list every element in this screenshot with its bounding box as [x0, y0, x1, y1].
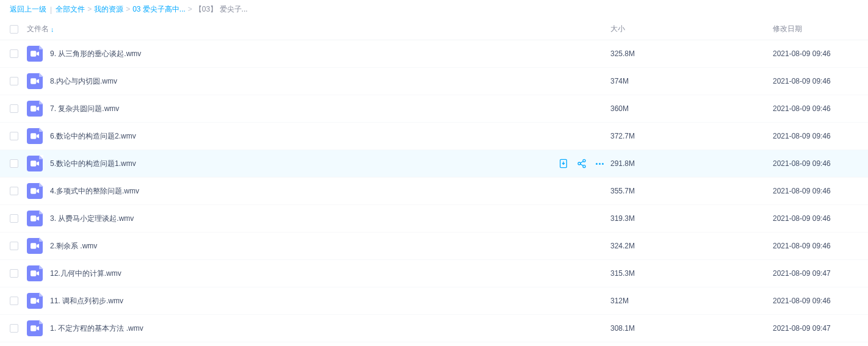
breadcrumb-sep: > — [87, 5, 92, 13]
file-row[interactable]: 1. 不定方程的基本方法 .wmv 308.1M 2021-08-09 09:4… — [0, 315, 868, 342]
file-name[interactable]: 11. 调和点列初步.wmv — [50, 296, 123, 306]
file-size: 308.1M — [610, 324, 635, 333]
file-date: 2021-08-09 09:46 — [773, 132, 831, 140]
svg-rect-2 — [31, 106, 36, 111]
row-checkbox[interactable] — [10, 242, 18, 250]
file-name[interactable]: 1. 不定方程的基本方法 .wmv — [50, 323, 143, 334]
file-size: 372.7M — [610, 132, 635, 140]
row-checkbox[interactable] — [10, 214, 18, 223]
file-row[interactable]: 2.剩余系 .wmv 324.2M 2021-08-09 09:46 — [0, 232, 868, 260]
file-name[interactable]: 4.多项式中的整除问题.wmv — [50, 186, 139, 196]
file-name[interactable]: 6.数论中的构造问题2.wmv — [50, 131, 136, 142]
svg-rect-13 — [31, 298, 36, 303]
file-date: 2021-08-09 09:46 — [773, 104, 831, 113]
table-header: 文件名 ↓ 大小 修改日期 — [0, 18, 868, 40]
video-file-icon — [27, 320, 43, 336]
video-file-icon — [27, 46, 43, 62]
breadcrumb-link[interactable]: 全部文件 — [56, 5, 85, 13]
breadcrumb-current: 【03】 爱尖子... — [195, 5, 248, 13]
file-row[interactable]: 5.数论中的构造问题1.wmv 291.8M 2021-08-09 09:46 — [0, 150, 868, 178]
file-size: 324.2M — [610, 242, 635, 250]
file-size: 312M — [610, 297, 629, 305]
file-size: 325.8M — [610, 49, 635, 58]
file-date: 2021-08-09 09:46 — [773, 214, 831, 223]
file-row[interactable]: 6.数论中的构造问题2.wmv 372.7M 2021-08-09 09:46 — [0, 123, 868, 150]
video-file-icon — [27, 128, 43, 144]
svg-rect-12 — [31, 270, 36, 276]
breadcrumb-sep: > — [188, 5, 192, 13]
column-date-label: 修改日期 — [773, 24, 802, 34]
svg-rect-11 — [31, 243, 36, 248]
breadcrumb: 返回上一级 | 全部文件>我的资源>03 爱尖子高中...>【03】 爱尖子..… — [0, 0, 868, 18]
column-name-label: 文件名 — [27, 24, 49, 34]
svg-rect-4 — [31, 160, 36, 166]
video-file-icon — [27, 156, 43, 171]
file-name[interactable]: 9. 从三角形的垂心谈起.wmv — [50, 49, 141, 59]
share-icon[interactable] — [577, 159, 587, 168]
file-row[interactable]: 11. 调和点列初步.wmv 312M 2021-08-09 09:46 — [0, 287, 868, 315]
column-date[interactable]: 修改日期 — [773, 24, 858, 34]
file-name[interactable]: 8.内心与内切圆.wmv — [50, 76, 117, 87]
row-checkbox[interactable] — [10, 324, 18, 333]
file-date: 2021-08-09 09:46 — [773, 242, 831, 250]
video-file-icon — [27, 183, 43, 199]
column-size-label: 大小 — [610, 24, 625, 34]
video-file-icon — [27, 211, 43, 226]
svg-rect-0 — [31, 51, 36, 56]
file-row[interactable]: 8.内心与内切圆.wmv 374M 2021-08-09 09:46 — [0, 68, 868, 95]
file-size: 355.7M — [610, 187, 635, 195]
column-name[interactable]: 文件名 ↓ — [27, 24, 549, 34]
file-name[interactable]: 7. 复杂共圆问题.wmv — [50, 104, 119, 114]
video-file-icon — [27, 265, 43, 281]
download-icon[interactable] — [559, 159, 568, 168]
breadcrumb-link[interactable]: 03 爱尖子高中... — [132, 5, 186, 13]
file-size: 291.8M — [610, 159, 635, 168]
file-row[interactable]: 4.多项式中的整除问题.wmv 355.7M 2021-08-09 09:46 — [0, 178, 868, 205]
sort-arrow-down-icon: ↓ — [51, 26, 54, 33]
file-date: 2021-08-09 09:47 — [773, 324, 831, 333]
row-checkbox[interactable] — [10, 297, 18, 305]
file-row[interactable]: 9. 从三角形的垂心谈起.wmv 325.8M 2021-08-09 09:46 — [0, 40, 868, 68]
back-link[interactable]: 返回上一级 — [10, 4, 46, 15]
file-date: 2021-08-09 09:46 — [773, 297, 831, 305]
video-file-icon — [27, 293, 43, 309]
svg-point-6 — [583, 159, 585, 162]
file-name[interactable]: 12.几何中的计算.wmv — [50, 269, 121, 279]
select-all-checkbox[interactable] — [10, 25, 18, 34]
file-name[interactable]: 2.剩余系 .wmv — [50, 241, 97, 251]
breadcrumb-link[interactable]: 我的资源 — [94, 5, 123, 13]
row-checkbox[interactable] — [10, 187, 18, 195]
svg-rect-9 — [31, 188, 36, 193]
file-date: 2021-08-09 09:46 — [773, 159, 831, 168]
file-row[interactable]: 12.几何中的计算.wmv 315.3M 2021-08-09 09:47 — [0, 260, 868, 287]
file-date: 2021-08-09 09:46 — [773, 77, 831, 85]
svg-rect-1 — [31, 78, 36, 84]
file-date: 2021-08-09 09:46 — [773, 49, 831, 58]
row-checkbox[interactable] — [10, 269, 18, 278]
file-row[interactable]: 3. 从费马小定理谈起.wmv 319.3M 2021-08-09 09:46 — [0, 205, 868, 232]
file-date: 2021-08-09 09:46 — [773, 187, 831, 195]
file-size: 315.3M — [610, 269, 635, 278]
row-checkbox[interactable] — [10, 49, 18, 58]
svg-point-7 — [578, 162, 580, 165]
row-checkbox[interactable] — [10, 132, 18, 140]
svg-rect-10 — [31, 215, 36, 221]
breadcrumb-sep: > — [126, 5, 130, 13]
video-file-icon — [27, 101, 43, 117]
row-checkbox[interactable] — [10, 77, 18, 85]
svg-rect-14 — [31, 325, 36, 331]
column-size[interactable]: 大小 — [610, 24, 773, 34]
file-size: 319.3M — [610, 214, 635, 223]
row-checkbox[interactable] — [10, 104, 18, 113]
more-icon[interactable] — [595, 163, 604, 165]
file-row[interactable]: 7. 复杂共圆问题.wmv 360M 2021-08-09 09:46 — [0, 95, 868, 123]
svg-rect-3 — [31, 133, 36, 139]
file-date: 2021-08-09 09:47 — [773, 269, 831, 278]
file-name[interactable]: 3. 从费马小定理谈起.wmv — [50, 214, 134, 224]
file-size: 360M — [610, 104, 629, 113]
file-size: 374M — [610, 77, 629, 85]
video-file-icon — [27, 238, 43, 254]
video-file-icon — [27, 73, 43, 89]
row-checkbox[interactable] — [10, 159, 18, 168]
file-name[interactable]: 5.数论中的构造问题1.wmv — [50, 159, 136, 169]
